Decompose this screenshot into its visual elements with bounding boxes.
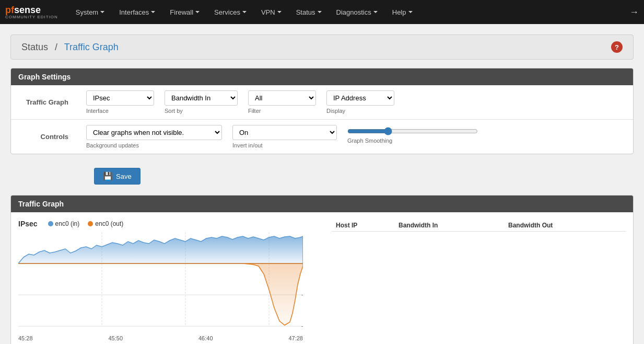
traffic-graph-body: IPsec enc0 (in) enc0 (out) xyxy=(11,212,633,344)
breadcrumb-separator: / xyxy=(55,42,57,52)
logo-text: pfsense xyxy=(5,5,58,15)
caret-vpn xyxy=(277,11,282,13)
x-label-3: 47:28 xyxy=(288,335,303,341)
nav-link-interfaces[interactable]: Interfaces xyxy=(112,0,162,24)
caret-firewall xyxy=(195,11,200,13)
caret-services xyxy=(242,11,247,13)
y-label-20m: -20M xyxy=(301,292,303,297)
nav-item-help[interactable]: Help xyxy=(385,0,420,24)
invert-select[interactable]: On Off xyxy=(232,125,337,140)
x-label-0: 45:28 xyxy=(18,335,33,341)
interface-label: Interface xyxy=(86,108,154,114)
display-label: Display xyxy=(326,108,394,114)
save-label: Save xyxy=(116,173,132,180)
nav-item-firewall[interactable]: Firewall xyxy=(162,0,207,24)
bg-updates-group: Clear graphs when not visible. Pause gra… xyxy=(86,125,222,148)
edition-label: COMMUNITY EDITION xyxy=(5,15,58,19)
bg-updates-label: Background updates xyxy=(86,142,222,148)
nav-item-services[interactable]: Services xyxy=(207,0,254,24)
filter-select[interactable]: All IPv4 IPv6 xyxy=(248,90,316,106)
logo-sense: sense xyxy=(14,5,41,15)
nav-label-firewall: Firewall xyxy=(170,8,193,16)
y-label-40m: -40M xyxy=(301,323,303,329)
breadcrumb: Status / Traffic Graph xyxy=(21,42,119,53)
col-bandwidth-out: Bandwidth Out xyxy=(504,220,626,232)
sort-by-group: Bandwidth In Bandwidth Out Host Name Sor… xyxy=(165,90,238,114)
nav-item-status[interactable]: Status xyxy=(289,0,329,24)
bg-updates-select[interactable]: Clear graphs when not visible. Pause gra… xyxy=(86,125,222,140)
brand-logo: pfsense COMMUNITY EDITION xyxy=(5,5,58,19)
page-header: Status / Traffic Graph ? xyxy=(10,35,634,60)
nav-link-services[interactable]: Services xyxy=(207,0,254,24)
traffic-graph-row-controls: IPsec WAN LAN Interface Bandwidth In Ban… xyxy=(79,85,633,120)
controls-inputs: Clear graphs when not visible. Pause gra… xyxy=(86,125,626,148)
graph-svg-container: 0.0 -20M -40M 45:28 45:50 46:40 47:28 xyxy=(18,232,321,344)
traffic-graph-controls: IPsec WAN LAN Interface Bandwidth In Ban… xyxy=(86,90,626,114)
navbar: pfsense COMMUNITY EDITION System Interfa… xyxy=(0,0,644,24)
invert-group: On Off Invert in/out xyxy=(232,125,337,148)
display-group: IP Address Host Name Display xyxy=(326,90,394,114)
nav-link-vpn[interactable]: VPN xyxy=(254,0,289,24)
x-label-2: 46:40 xyxy=(198,335,213,341)
save-section: 💾 Save xyxy=(10,163,634,195)
caret-help xyxy=(408,11,413,13)
nav-item-system[interactable]: System xyxy=(68,0,112,24)
controls-row-inputs: Clear graphs when not visible. Pause gra… xyxy=(79,120,633,154)
sort-by-select[interactable]: Bandwidth In Bandwidth Out Host Name xyxy=(165,90,238,106)
smoothing-label: Graph Smoothing xyxy=(347,137,478,144)
traffic-graph-card-header: Traffic Graph xyxy=(11,196,633,212)
legend-dot-blue xyxy=(48,221,53,226)
legend-label-in: enc0 (in) xyxy=(55,220,80,227)
graph-svg: 0.0 -20M -40M xyxy=(18,232,303,334)
col-host-ip: Host IP xyxy=(332,220,394,232)
table-header-row: Host IP Bandwidth In Bandwidth Out xyxy=(332,220,626,232)
x-axis-labels: 45:28 45:50 46:40 47:28 xyxy=(18,334,303,341)
nav-link-help[interactable]: Help xyxy=(385,0,420,24)
save-icon: 💾 xyxy=(103,171,113,181)
traffic-graph-row-label: Traffic Graph xyxy=(11,85,79,120)
bandwidth-out-area xyxy=(18,263,303,325)
nav-link-system[interactable]: System xyxy=(68,0,112,24)
invert-label: Invert in/out xyxy=(232,142,337,148)
interface-select[interactable]: IPsec WAN LAN xyxy=(86,90,154,106)
nav-item-interfaces[interactable]: Interfaces xyxy=(112,0,162,24)
col-bandwidth-in: Bandwidth In xyxy=(394,220,504,232)
filter-group: All IPv4 IPv6 Filter xyxy=(248,90,316,114)
nav-item-diagnostics[interactable]: Diagnostics xyxy=(329,0,385,24)
nav-label-vpn: VPN xyxy=(261,8,275,16)
nav-label-interfaces: Interfaces xyxy=(119,8,149,16)
graph-area: IPsec enc0 (in) enc0 (out) xyxy=(18,220,321,344)
graph-interface-label: IPsec xyxy=(18,220,38,228)
interface-group: IPsec WAN LAN Interface xyxy=(86,90,154,114)
graph-settings-body: Traffic Graph IPsec WAN LAN Interface xyxy=(11,85,633,154)
bandwidth-in-area xyxy=(18,236,303,263)
caret-status xyxy=(318,11,322,13)
filter-label: Filter xyxy=(248,108,316,114)
logo-pf: pf xyxy=(5,5,14,15)
display-select[interactable]: IP Address Host Name xyxy=(326,90,394,106)
controls-row-label: Controls xyxy=(11,120,79,154)
smoothing-slider[interactable] xyxy=(347,127,478,135)
graph-title-row: IPsec enc0 (in) enc0 (out) xyxy=(18,220,321,228)
page-content: Status / Traffic Graph ? Graph Settings … xyxy=(0,24,644,344)
logout-icon[interactable]: → xyxy=(629,7,639,18)
help-button[interactable]: ? xyxy=(611,41,623,53)
bandwidth-table: Host IP Bandwidth In Bandwidth Out xyxy=(332,220,626,232)
breadcrumb-current: Traffic Graph xyxy=(64,42,119,52)
nav-link-firewall[interactable]: Firewall xyxy=(162,0,207,24)
nav-link-status[interactable]: Status xyxy=(289,0,329,24)
x-label-1: 45:50 xyxy=(108,335,123,341)
legend-enc0-out: enc0 (out) xyxy=(88,220,123,227)
nav-link-diagnostics[interactable]: Diagnostics xyxy=(329,0,385,24)
caret-system xyxy=(100,11,104,13)
graph-settings-header: Graph Settings xyxy=(11,68,633,85)
legend-dot-orange xyxy=(88,221,93,226)
legend-items: enc0 (in) enc0 (out) xyxy=(48,220,124,227)
nav-item-vpn[interactable]: VPN xyxy=(254,0,289,24)
breadcrumb-root: Status xyxy=(21,42,48,52)
table-area: Host IP Bandwidth In Bandwidth Out xyxy=(321,220,626,344)
controls-row: Controls Clear graphs when not visible. … xyxy=(11,120,633,154)
sort-by-label: Sort by xyxy=(165,108,238,114)
nav-label-system: System xyxy=(76,8,98,16)
save-button[interactable]: 💾 Save xyxy=(94,168,140,185)
